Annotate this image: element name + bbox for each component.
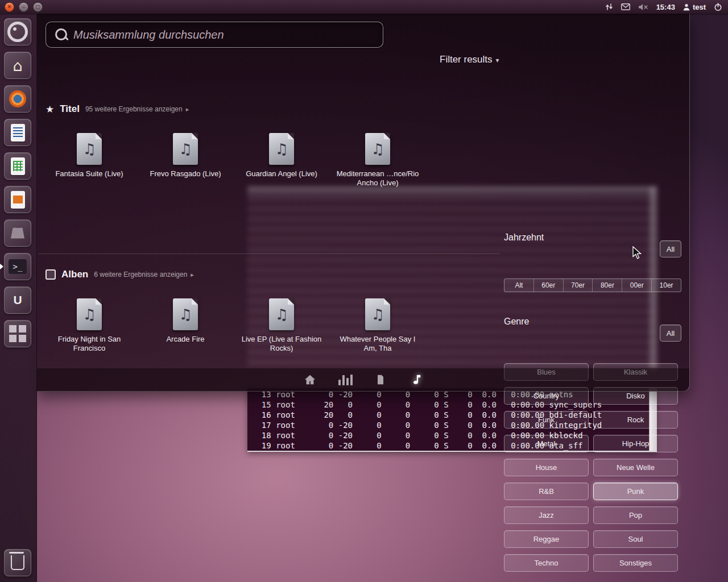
applications-lens-icon[interactable] [338,372,353,387]
home-lens-icon[interactable] [303,372,317,387]
more-results-text: 95 weitere Ergebnisse anzeigen [85,105,183,113]
result-label: Frevo Rasgado (Live) [150,169,221,178]
genre-filter-label: Genre [504,317,728,327]
genre-all-button[interactable]: All [660,325,681,342]
expand-arrow-icon: ▸ [191,271,194,278]
result-label: Mediterranean …nce/Rio Ancho (Live) [333,169,423,188]
filter-results-toggle[interactable]: Filter results▾ [440,54,728,65]
genre-option-neue-welle[interactable]: Neue Welle [593,459,678,476]
decade-filter-row: Alt 60er 70er 80er 00er 10er [504,278,681,292]
genre-option-soul[interactable]: Soul [593,530,678,548]
section-title: Titel [60,103,80,115]
genre-option-reggae[interactable]: Reggae [504,530,589,548]
music-file-icon: ♫ [173,133,198,165]
close-button[interactable]: ✕ [5,2,14,12]
note-icon: ♫ [275,140,288,157]
ubuntu-logo-icon [7,22,28,42]
trash-icon [11,555,24,570]
indicator-area: 15:43 test [605,3,722,11]
result-item[interactable]: ♫ Mediterranean …nce/Rio Ancho (Live) [333,133,423,188]
clock[interactable]: 15:43 [656,3,675,11]
album-icon: ♫ [365,298,390,330]
music-file-icon: ♫ [77,133,102,165]
decade-option[interactable]: 10er [652,279,681,292]
result-label: Guardian Angel (Live) [246,169,317,178]
result-label: Friday Night in San Francisco [44,335,134,353]
decade-filter-label: Jahrzehnt [504,232,728,243]
maximize-button[interactable]: ▢ [33,2,43,12]
genre-option-pop[interactable]: Pop [593,506,678,524]
decade-option[interactable]: 00er [622,279,652,292]
result-item[interactable]: ♫ Guardian Angel (Live) [237,133,326,188]
result-item[interactable]: ♫ Live EP (Live at Fashion Rocks) [237,298,326,353]
files-lens-icon[interactable] [373,372,388,387]
writer-document-icon [11,124,25,142]
volume-muted-icon[interactable] [638,3,648,11]
user-name: test [693,3,706,11]
search-input[interactable] [46,22,383,47]
launcher-item-libreoffice-writer[interactable] [4,119,31,146]
genre-option-punk[interactable]: Punk [593,483,678,500]
sync-indicator-icon[interactable] [605,3,613,11]
result-item[interactable]: ♫ Frevo Rasgado (Live) [140,133,230,188]
albums-icon [46,269,56,280]
launcher-item-workspace-switcher[interactable] [4,320,31,347]
note-icon: ♫ [82,140,96,157]
music-file-icon: ♫ [269,133,294,165]
user-menu[interactable]: test [683,3,706,11]
genre-option-rock[interactable]: Rock [593,411,678,429]
genre-option-sonstiges[interactable]: Sonstiges [593,554,678,572]
genre-option-metal[interactable]: Metal [504,435,589,452]
decade-option[interactable]: 70er [564,279,593,292]
genre-option-hiphop[interactable]: Hip-Hop [593,435,678,452]
filter-results-label: Filter results [440,54,493,65]
mail-indicator-icon[interactable] [621,3,630,10]
minimize-button[interactable]: – [19,2,28,12]
expand-arrow-icon: ▸ [186,106,189,113]
titel-results-row: ♫ Fantasia Suite (Live) ♫ Frevo Rasgado … [44,133,697,188]
more-results-link[interactable]: 95 weitere Ergebnisse anzeigen▸ [85,105,189,113]
session-power-icon[interactable] [714,3,722,11]
launcher-item-firefox[interactable] [4,85,31,113]
album-icon: ♫ [173,298,198,330]
decade-option[interactable]: 60er [534,279,564,292]
launcher-item-libreoffice-impress[interactable] [4,186,31,213]
launcher-item-trash[interactable] [4,549,31,576]
genre-option-house[interactable]: House [504,459,589,476]
firefox-icon [9,90,26,107]
launcher-item-terminal[interactable]: >_ [4,253,31,280]
genre-option-techno[interactable]: Techno [504,554,589,572]
ubuntu-one-icon: U [13,293,22,307]
launcher-item-dash-home[interactable] [4,18,31,45]
section-title: Alben [61,269,88,280]
genre-option-funk[interactable]: Funk [504,411,589,429]
result-item[interactable]: ♫ Fantasia Suite (Live) [44,133,134,188]
more-results-link[interactable]: 6 weitere Ergebnisse anzeigen▸ [94,271,194,278]
software-center-icon [11,228,24,239]
launcher-item-ubuntu-one[interactable]: U [4,286,31,314]
result-item[interactable]: ♫ Arcade Fire [140,298,230,353]
decade-option[interactable]: Alt [504,279,534,292]
music-lens-icon[interactable] [408,372,423,387]
genre-filter-grid: Blues Klassik Country Disko Funk Rock Me… [504,363,728,572]
more-results-text: 6 weitere Ergebnisse anzeigen [94,271,187,278]
section-divider [39,253,500,254]
decade-all-button[interactable]: All [660,240,681,257]
genre-option-jazz[interactable]: Jazz [504,506,589,524]
launcher-item-home-folder[interactable]: ⌂ [4,52,31,79]
note-icon: ♫ [275,306,288,323]
result-label: Arcade Fire [166,335,204,344]
album-icon: ♫ [269,298,294,330]
search-bar[interactable] [46,22,383,48]
launcher-item-software-center[interactable] [4,219,31,247]
note-icon: ♫ [371,306,384,323]
result-item[interactable]: ♫ Whatever People Say I Am, Tha [333,298,423,353]
launcher-item-libreoffice-calc[interactable] [4,152,31,180]
desktop: 13 root 0 -20 0 0 0 S 0 0.0 0:00.00 netn… [0,0,728,582]
section-header-titel: ★ Titel 95 weitere Ergebnisse anzeigen▸ [46,103,698,115]
genre-option-rnb[interactable]: R&B [504,483,589,500]
result-item[interactable]: ♫ Friday Night in San Francisco [44,298,134,353]
decade-option[interactable]: 80er [593,279,622,292]
workspace-switcher-icon [9,325,26,342]
unity-launcher: ⌂ >_ U [0,14,37,582]
